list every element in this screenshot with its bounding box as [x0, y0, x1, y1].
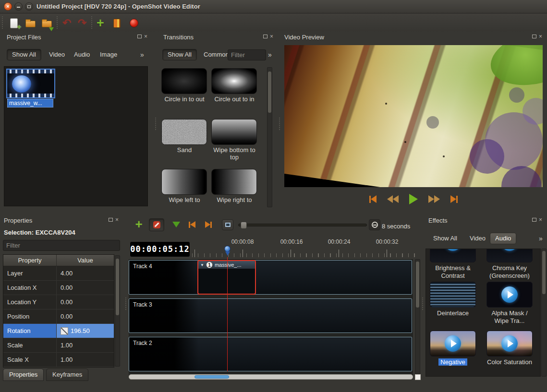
video-preview-dock-controls[interactable]: × [532, 34, 542, 39]
timeline-hscroll-thumb[interactable] [194, 375, 229, 379]
zoom-out-button[interactable] [369, 219, 380, 230]
splitter-handle[interactable] [155, 118, 157, 130]
export-video-button[interactable] [128, 17, 140, 29]
table-row[interactable]: Scale 1.00 [3, 338, 114, 353]
effect-item[interactable]: Color Saturation [484, 331, 535, 366]
close-panel-icon[interactable]: × [115, 217, 119, 222]
table-row[interactable]: Layer 4.00 [3, 266, 114, 281]
tab-transitions-show-all[interactable]: Show All [162, 49, 197, 60]
keyframe-interpolation-icon[interactable] [61, 327, 68, 335]
properties-scrollbar[interactable] [115, 255, 120, 367]
clip-header[interactable]: ▼ 1 massive_... [198, 261, 255, 269]
close-panel-icon[interactable]: × [144, 34, 147, 39]
video-preview-frame[interactable] [284, 45, 543, 187]
window-maximize-button[interactable] [25, 2, 33, 11]
zoom-slider[interactable] [238, 224, 367, 226]
window-minimize-button[interactable] [14, 2, 23, 11]
add-track-button[interactable]: + [133, 218, 145, 230]
open-project-button[interactable] [24, 17, 36, 29]
project-file-item[interactable]: massive_w... [7, 70, 55, 107]
table-row[interactable]: Location X 0.00 [3, 281, 114, 295]
next-marker-button[interactable] [203, 220, 214, 229]
track-3[interactable]: Track 3 [129, 298, 412, 333]
transitions-scrollbar-thumb[interactable] [268, 71, 271, 113]
timeline-horizontal-scrollbar[interactable] [129, 374, 413, 380]
float-panel-icon[interactable] [532, 35, 536, 38]
properties-filter-input[interactable] [3, 240, 120, 251]
transition-item[interactable]: Wipe left to [161, 169, 207, 203]
effect-item[interactable]: Brightness & Contrast [427, 249, 479, 280]
jump-start-button[interactable] [369, 195, 377, 203]
effect-item[interactable]: Alpha Mask / Wipe Tra... [484, 282, 535, 325]
transitions-tabs-overflow-icon[interactable]: » [268, 51, 272, 59]
float-panel-icon[interactable] [532, 218, 536, 222]
effects-tabs-overflow-icon[interactable]: » [539, 235, 543, 242]
rewind-button[interactable] [387, 195, 399, 203]
project-tabs-overflow-icon[interactable]: » [140, 51, 144, 59]
table-row[interactable]: Position 0.00 [3, 309, 114, 324]
table-row[interactable]: Location Y 0.00 [3, 295, 114, 309]
tab-effects-audio[interactable]: Audio [490, 233, 516, 244]
tab-project-audio[interactable]: Audio [69, 49, 95, 60]
save-project-button[interactable] [40, 17, 53, 29]
effect-item[interactable]: Deinterlace [427, 282, 479, 317]
float-panel-icon[interactable] [109, 218, 113, 222]
splitter-handle[interactable] [125, 297, 127, 310]
properties-dock-controls[interactable]: × [109, 217, 119, 222]
fast-forward-button[interactable] [428, 195, 440, 203]
toolbar-grip[interactable] [2, 16, 4, 29]
choose-profile-button[interactable] [110, 17, 123, 29]
transitions-dock-controls[interactable]: × [263, 34, 273, 39]
close-panel-icon[interactable]: × [539, 217, 542, 222]
close-panel-icon[interactable]: × [270, 34, 273, 39]
transition-item[interactable]: Wipe right to [211, 169, 257, 203]
transitions-filter-input[interactable] [228, 49, 266, 60]
track-2[interactable]: Track 2 [129, 337, 412, 371]
transition-item[interactable]: Sand [161, 119, 207, 154]
tab-properties[interactable]: Properties [3, 368, 44, 381]
tab-effects-show-all[interactable]: Show All [428, 233, 462, 244]
import-files-button[interactable]: + [94, 17, 107, 29]
tab-project-image[interactable]: Image [95, 49, 122, 60]
previous-marker-button[interactable] [186, 220, 198, 229]
effects-dock-controls[interactable]: × [532, 217, 542, 222]
timeline-vscroll-thumb[interactable] [416, 261, 419, 308]
snapping-toggle[interactable] [149, 218, 164, 231]
effects-scrollbar[interactable] [541, 249, 547, 377]
timeline-clip-selected[interactable]: ▼ 1 massive_... [197, 260, 256, 295]
transition-item[interactable]: Wipe bottom to top [211, 119, 257, 161]
new-project-button[interactable]: + [8, 17, 20, 29]
play-button[interactable] [409, 194, 418, 204]
tab-keyframes[interactable]: Keyframes [46, 368, 88, 381]
effect-item-selected[interactable]: Negative [427, 331, 479, 366]
playhead-marker[interactable] [224, 246, 231, 252]
transition-item[interactable]: Circle in to out [161, 68, 207, 103]
add-marker-button[interactable] [171, 220, 182, 229]
window-close-button[interactable]: × [4, 2, 12, 11]
tab-project-video[interactable]: Video [44, 49, 70, 60]
float-panel-icon[interactable] [137, 35, 142, 38]
effect-item[interactable]: Chroma Key (Greenscreen) [484, 249, 535, 280]
jump-end-button[interactable] [450, 195, 458, 203]
tab-project-show-all[interactable]: Show All [7, 49, 41, 60]
clip-menu-chevron-icon[interactable]: ▼ [200, 263, 204, 267]
transitions-scrollbar[interactable] [267, 67, 272, 207]
splitter-handle[interactable] [422, 297, 424, 310]
fast-forward-icon [428, 195, 434, 203]
table-row[interactable]: Scale X 1.00 [3, 353, 114, 367]
float-panel-icon[interactable] [263, 35, 267, 38]
properties-scrollbar-thumb[interactable] [116, 259, 119, 315]
undo-button[interactable]: ↶ [61, 17, 73, 29]
redo-button[interactable]: ↷ [76, 17, 88, 29]
table-row-selected[interactable]: Rotation 196.50 [3, 324, 114, 338]
zoom-slider-handle[interactable] [241, 222, 247, 229]
transition-item[interactable]: Circle out to in [211, 68, 257, 103]
project-files-dock-controls[interactable]: × [137, 34, 147, 39]
tab-effects-video[interactable]: Video [465, 233, 490, 244]
timeline-vertical-scrollbar[interactable] [415, 259, 420, 374]
splitter-handle[interactable] [279, 118, 281, 130]
close-panel-icon[interactable]: × [539, 34, 542, 39]
track-4[interactable]: Track 4 ▼ 1 massive_... [129, 260, 412, 295]
effects-scrollbar-thumb[interactable] [542, 251, 546, 294]
center-playhead-button[interactable] [222, 219, 233, 230]
